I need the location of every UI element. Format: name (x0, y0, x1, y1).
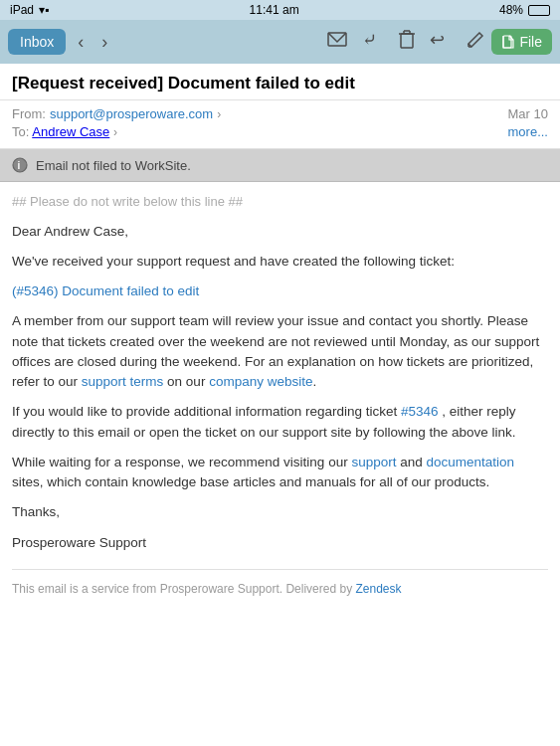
file-button[interactable]: File (491, 29, 552, 55)
warning-banner: i Email not filed to WorkSite. (0, 149, 560, 182)
signature: Prosperoware Support (12, 533, 548, 553)
footer-note: This email is a service from Prosperowar… (12, 569, 548, 598)
device-label: iPad (10, 3, 34, 17)
svg-text:⤶: ⤶ (362, 30, 377, 50)
greeting: Dear Andrew Case, (12, 222, 548, 242)
support-terms-link[interactable]: support terms (82, 374, 164, 389)
svg-text:i: i (18, 160, 21, 171)
battery-indicator (528, 5, 550, 16)
toolbar-icons: ⤶ ↩ (326, 30, 485, 55)
para1: We've received your support request and … (12, 252, 548, 272)
file-icon (501, 35, 515, 49)
trash-icon[interactable] (398, 30, 416, 55)
more-link[interactable]: more... (508, 124, 548, 139)
warning-text: Email not filed to WorkSite. (36, 158, 191, 173)
company-website-link[interactable]: company website (209, 374, 312, 389)
svg-text:↩: ↩ (430, 30, 445, 50)
forward-button[interactable]: › (95, 28, 113, 57)
to-chevron-icon: › (113, 125, 117, 139)
ticket-link[interactable]: (#5346) Document failed to edit (12, 283, 199, 298)
wifi-icon: ▾▪ (39, 3, 49, 17)
reply-icon[interactable]: ↩ (430, 30, 452, 55)
svg-rect-2 (401, 34, 413, 48)
email-date: Mar 10 (508, 106, 548, 121)
para3: If you would like to provide additional … (12, 402, 548, 443)
warning-icon: i (12, 157, 28, 173)
thanks: Thanks, (12, 502, 548, 522)
email-meta: From: support@prosperoware.com › Mar 10 … (0, 100, 560, 149)
from-chevron-icon: › (217, 107, 221, 121)
compose-icon[interactable] (326, 30, 348, 55)
ticket-ref-link[interactable]: #5346 (401, 404, 439, 419)
documentation-link[interactable]: documentation (427, 455, 515, 469)
to-name[interactable]: Andrew Case (32, 124, 109, 139)
status-bar: iPad ▾▪ 11:41 am 48% (0, 0, 560, 20)
support-link[interactable]: support (351, 455, 396, 469)
to-label: To: (12, 124, 29, 139)
file-button-label: File (519, 34, 542, 50)
back-button[interactable]: ‹ (72, 28, 90, 57)
separator-line: ## Please do not write below this line #… (12, 192, 548, 212)
from-address[interactable]: support@prosperoware.com (50, 106, 213, 121)
reply-all-icon[interactable]: ⤶ (362, 30, 384, 55)
inbox-button[interactable]: Inbox (8, 29, 66, 55)
from-label: From: (12, 106, 46, 121)
edit-icon[interactable] (466, 30, 485, 55)
email-subject: [Request received] Document failed to ed… (0, 64, 560, 100)
toolbar: Inbox ‹ › ⤶ (0, 20, 560, 64)
time-display: 11:41 am (250, 3, 299, 17)
svg-rect-10 (503, 36, 511, 48)
battery-percent: 48% (499, 3, 523, 17)
para2: A member from our support team will revi… (12, 311, 548, 392)
zendesk-link[interactable]: Zendesk (355, 582, 401, 596)
para4: While waiting for a response, we recomme… (12, 453, 548, 493)
email-body: ## Please do not write below this line #… (0, 182, 560, 618)
